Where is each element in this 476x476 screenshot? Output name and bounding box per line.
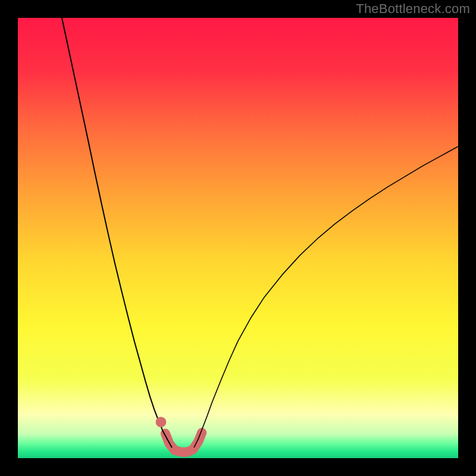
- chart-frame: TheBottleneck.com: [0, 0, 476, 476]
- valley-dot: [156, 416, 167, 427]
- chart-background: [18, 18, 458, 458]
- marker-layer: [156, 416, 167, 427]
- bottleneck-chart: [18, 18, 458, 458]
- watermark-label: TheBottleneck.com: [356, 1, 470, 17]
